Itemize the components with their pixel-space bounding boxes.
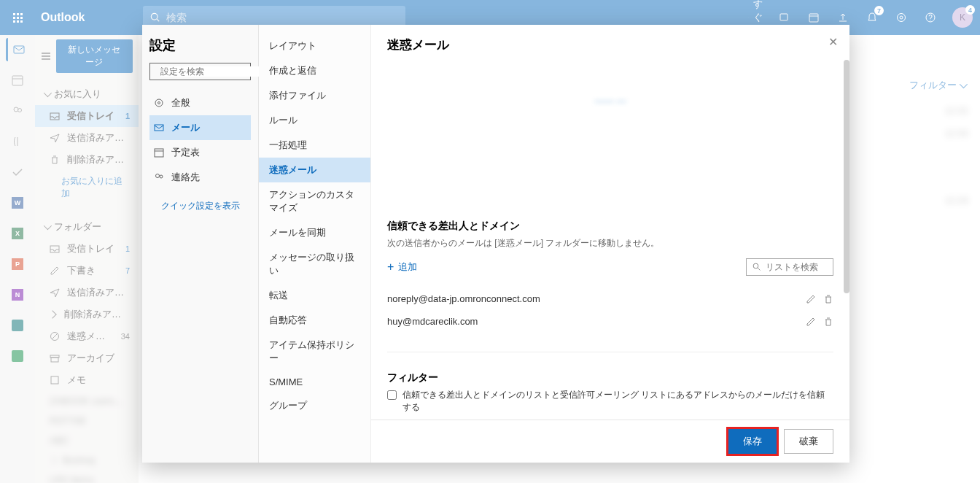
sub-handling[interactable]: メッセージの取り扱い (259, 245, 370, 283)
category-mail[interactable]: メール (149, 115, 251, 140)
sub-retention[interactable]: アイテム保持ポリシー (259, 333, 370, 371)
safe-senders-search[interactable] (746, 258, 833, 276)
calendar-icon (154, 147, 164, 158)
filters-title: フィルター (387, 371, 833, 385)
svg-line-35 (758, 268, 761, 271)
sub-compose[interactable]: 作成と返信 (259, 58, 370, 83)
sender-email: huy@mdcareclik.com (387, 316, 478, 327)
sub-autoreply[interactable]: 自動応答 (259, 308, 370, 333)
safe-senders-search-input[interactable] (766, 262, 827, 272)
settings-search[interactable] (149, 63, 251, 80)
sender-email: noreply@data-jp.omronconnect.com (387, 293, 540, 304)
panel-title: 迷惑メール (371, 25, 849, 59)
scrollbar[interactable] (844, 60, 849, 293)
add-sender-button[interactable]: +追加 (387, 260, 417, 274)
svg-point-27 (155, 99, 163, 107)
sub-custom-actions[interactable]: アクションのカスタマイズ (259, 182, 370, 220)
filter-checkbox-1[interactable] (387, 390, 397, 400)
sub-sync[interactable]: メールを同期 (259, 220, 370, 245)
edit-icon[interactable] (806, 317, 816, 327)
svg-rect-29 (155, 125, 163, 131)
sub-layout[interactable]: レイアウト (259, 34, 370, 58)
sub-attachments[interactable]: 添付ファイル (259, 83, 370, 108)
filter-option-1[interactable]: 信頼できる差出人とドメインのリストと受信許可メーリング リストにあるアドレスから… (387, 389, 833, 414)
safe-senders-desc: 次の送信者からのメールは [迷惑メール] フォルダーに移動しません。 (387, 237, 833, 250)
close-button[interactable]: ✕ (828, 35, 838, 49)
discard-button[interactable]: 破棄 (784, 429, 833, 454)
svg-point-28 (158, 102, 160, 104)
save-button[interactable]: 保存 (728, 429, 777, 454)
settings-subcategories: レイアウト 作成と返信 添付ファイル ルール 一括処理 迷惑メール アクションの… (259, 25, 371, 463)
sub-junk[interactable]: 迷惑メール (259, 158, 370, 182)
svg-rect-30 (155, 149, 163, 157)
edit-icon[interactable] (806, 294, 816, 304)
settings-panel: ✕ 迷惑メール ........ .... 信頼できる差出人とドメイン 次の送信… (371, 25, 849, 463)
safe-senders-title: 信頼できる差出人とドメイン (387, 220, 833, 233)
settings-categories: 設定 全般 メール 予定表 連絡先 クイック設定を表示 (142, 25, 259, 463)
settings-search-input[interactable] (160, 66, 270, 77)
svg-point-32 (156, 174, 160, 178)
settings-title: 設定 (149, 36, 251, 54)
sub-rules[interactable]: ルール (259, 108, 370, 133)
sub-sweep[interactable]: 一括処理 (259, 133, 370, 158)
sender-row: noreply@data-jp.omronconnect.com (387, 287, 833, 310)
sender-row: huy@mdcareclik.com (387, 310, 833, 333)
category-people[interactable]: 連絡先 (149, 165, 251, 190)
sub-groups[interactable]: グループ (259, 393, 370, 418)
settings-modal: 設定 全般 メール 予定表 連絡先 クイック設定を表示 レイアウト 作成と返信 … (142, 25, 849, 463)
quick-settings-link[interactable]: クイック設定を表示 (149, 200, 251, 212)
gear-icon (154, 98, 164, 108)
sub-forwarding[interactable]: 転送 (259, 283, 370, 308)
mail-icon (154, 123, 164, 133)
sub-smime[interactable]: S/MIME (259, 371, 370, 393)
hidden-top-link[interactable]: ........ .... (387, 59, 833, 113)
search-icon (752, 263, 761, 271)
delete-icon[interactable] (823, 294, 833, 304)
svg-point-33 (160, 175, 163, 178)
people-icon (154, 172, 164, 182)
category-calendar[interactable]: 予定表 (149, 140, 251, 165)
svg-point-34 (753, 263, 758, 268)
category-general[interactable]: 全般 (149, 90, 251, 115)
delete-icon[interactable] (823, 317, 833, 327)
